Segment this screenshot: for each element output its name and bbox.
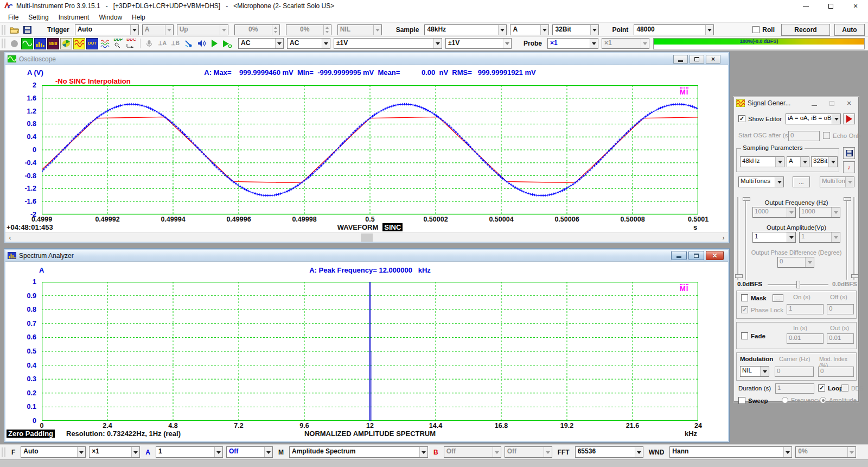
frequency-mode-select[interactable]: Auto [21, 446, 86, 458]
oscilloscope-titlebar[interactable]: Oscilloscope × [5, 53, 728, 65]
device-test-plan-icon[interactable]: DUT [86, 38, 98, 49]
amplitude-a-select[interactable]: 1 [752, 232, 796, 243]
derived-data-point-viewer-icon[interactable]: DDP [112, 38, 124, 49]
spectrum-titlebar[interactable]: Spectrum Analyzer ✕ [5, 250, 728, 262]
menu-item-setting[interactable]: Setting [23, 12, 53, 22]
mod-index-input[interactable]: 0 [818, 367, 854, 377]
measurement-mode-select[interactable]: Amplitude Spectrum [289, 446, 428, 458]
spectrum-plot[interactable] [42, 282, 698, 422]
menu-item-instrument[interactable]: Instrument [54, 12, 94, 22]
sound-device-icon[interactable] [195, 38, 207, 49]
autoscale-button[interactable]: Auto [834, 24, 865, 36]
trigger-delay-spinner[interactable]: 0% [286, 24, 331, 35]
trigger-level-spinner[interactable]: 0% [234, 24, 280, 35]
signal-generator-icon[interactable] [73, 38, 85, 49]
oscilloscope-icon[interactable] [21, 38, 33, 49]
data-logger-icon[interactable] [99, 38, 111, 49]
panel-restore-button[interactable] [688, 251, 704, 260]
loop-checkbox[interactable]: Loop [818, 384, 843, 392]
dds-checkbox[interactable]: DDS [841, 384, 863, 392]
sweep-checkbox[interactable]: Sweep [738, 397, 768, 404]
a-gain-select[interactable]: 1 [156, 446, 223, 458]
fine-level-b-slider[interactable] [846, 197, 848, 280]
modulation-select[interactable]: NIL [740, 366, 769, 377]
show-editor-checkbox[interactable]: Show Editor [738, 115, 782, 122]
scrollbar-thumb[interactable] [361, 234, 373, 242]
duration-input[interactable]: 1 [775, 383, 814, 394]
panel-restore-button[interactable] [826, 101, 838, 106]
window-function-select[interactable]: Hann [669, 446, 792, 458]
phase-difference-select[interactable]: 0 [777, 257, 814, 268]
panel-close-button[interactable]: × [706, 55, 720, 64]
fft-size-select[interactable]: 65536 [575, 446, 643, 458]
sinc-toggle-badge[interactable]: SINC [382, 223, 403, 231]
frequency-mult-select[interactable]: ×1 [89, 446, 140, 458]
b-processing-select[interactable]: Off [505, 446, 552, 458]
maximize-button[interactable] [818, 0, 843, 12]
microphone-icon[interactable] [143, 38, 155, 49]
toolbar-grip[interactable] [2, 25, 5, 35]
spectrum-3d-plot-icon[interactable] [60, 38, 72, 49]
mask-browse-button[interactable]: ... [773, 294, 783, 302]
panel-restore-button[interactable] [690, 55, 704, 64]
close-button[interactable]: × [843, 0, 868, 12]
frequency-b-select[interactable]: 1000 [799, 207, 840, 218]
signal-generator-titlebar[interactable]: Signal Gener... × [734, 97, 858, 109]
tone-preview-button[interactable]: ♪ [843, 161, 855, 173]
io-routing-select[interactable]: iA = oA, iB = oB [786, 113, 841, 124]
start-osc-input[interactable]: 0 [788, 131, 820, 141]
record-button[interactable]: Record [781, 24, 830, 36]
range-a-select[interactable]: ±1V [334, 38, 442, 49]
balance-slider[interactable] [768, 284, 828, 286]
fine-level-a-slider[interactable] [745, 197, 747, 280]
run-icon[interactable] [208, 38, 220, 49]
panel-close-button[interactable]: ✕ [706, 251, 724, 260]
panel-minimize-button[interactable] [808, 100, 820, 106]
generator-bits-select[interactable]: 32Bit [811, 156, 838, 167]
panel-minimize-button[interactable] [671, 251, 687, 260]
point-count-select[interactable]: 48000 [634, 24, 714, 35]
scroll-left-icon[interactable]: ‹ [5, 233, 15, 242]
multitones-browse-button[interactable]: ... [793, 176, 810, 187]
coupling-a-select[interactable]: AC [238, 38, 284, 49]
phase-lock-checkbox[interactable]: Phase Lock [741, 306, 783, 313]
menu-item-help[interactable]: Help [127, 12, 150, 22]
sample-bits-select[interactable]: 32Bit [552, 24, 599, 35]
run-record-icon[interactable] [221, 38, 233, 49]
save-icon[interactable] [21, 24, 33, 35]
roll-checkbox[interactable]: Roll [752, 26, 775, 34]
generator-save-button[interactable] [843, 147, 855, 159]
spectrum-analyzer-icon[interactable] [34, 38, 46, 49]
output-level-a-slider[interactable] [737, 197, 739, 280]
trigger-mode-select[interactable]: Auto [75, 24, 139, 35]
multimeter-icon[interactable]: 888 [47, 38, 59, 49]
fade-in-input[interactable]: 0.01 [787, 333, 824, 344]
fade-checkbox[interactable]: Fade [741, 332, 765, 339]
menu-item-file[interactable]: File [3, 12, 23, 22]
output-level-b-slider[interactable] [853, 197, 856, 280]
menu-item-window[interactable]: Window [94, 12, 127, 22]
generator-run-button[interactable] [843, 113, 855, 124]
fade-out-input[interactable]: 0.01 [827, 333, 854, 344]
derived-data-curve-icon[interactable]: DDC [125, 38, 137, 49]
mask-checkbox[interactable]: Mask [741, 294, 767, 301]
generator-sample-rate-select[interactable]: 48kHz [740, 156, 784, 167]
probe-b-select[interactable]: ×1 [602, 38, 649, 49]
frequency-a-select[interactable]: 1000 [752, 207, 796, 218]
probe-calibration-icon[interactable] [182, 38, 194, 49]
scroll-right-icon[interactable]: › [719, 233, 728, 242]
b-gain-select[interactable]: Off [444, 446, 501, 458]
waveform-b-select[interactable]: MultiTones [820, 176, 854, 187]
toolbar-grip[interactable] [2, 447, 5, 457]
range-b-select[interactable]: ±1V [445, 38, 512, 49]
toolbar-grip[interactable] [2, 39, 5, 48]
ground-a-icon[interactable]: ⊥A [156, 38, 168, 49]
echo-only-checkbox[interactable]: Echo Only [823, 132, 861, 139]
sample-channel-select[interactable]: A [510, 24, 549, 35]
ground-b-icon[interactable]: ⊥B [169, 38, 181, 49]
panel-minimize-button[interactable] [673, 55, 688, 64]
sweep-amplitude-radio[interactable]: Amplitude [820, 397, 857, 403]
trigger-hpf-select[interactable]: NIL [337, 24, 382, 35]
sample-rate-select[interactable]: 48kHz [424, 24, 507, 35]
probe-a-select[interactable]: ×1 [547, 38, 598, 49]
